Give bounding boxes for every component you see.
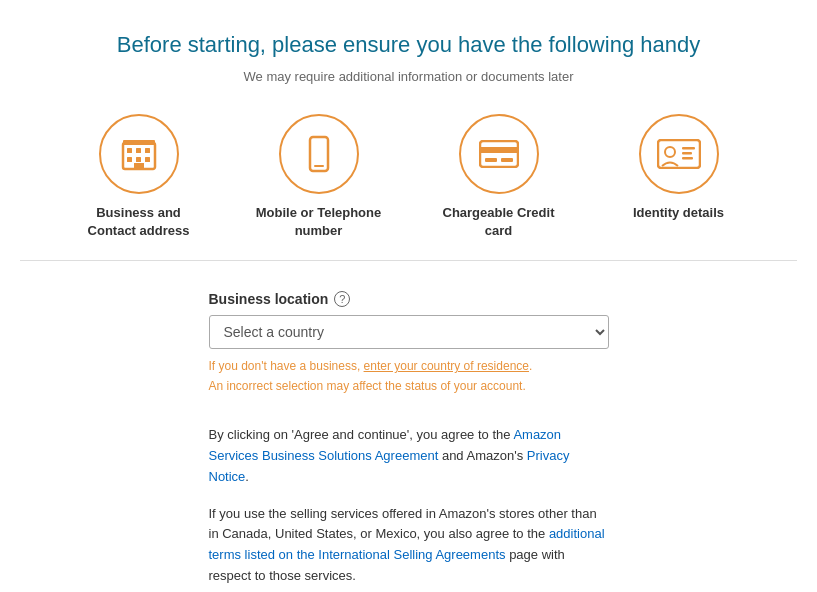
- building-icon: [120, 135, 158, 173]
- svg-rect-6: [145, 157, 150, 162]
- hint-text-line2: An incorrect selection may affect the st…: [209, 377, 609, 395]
- agreement-pre: By clicking on 'Agree and continue', you…: [209, 427, 514, 442]
- business-location-label: Business location: [209, 291, 329, 307]
- country-select[interactable]: Select a country United States Canada Un…: [209, 315, 609, 349]
- svg-rect-12: [480, 147, 518, 153]
- header: Before starting, please ensure you have …: [20, 30, 797, 84]
- svg-rect-17: [682, 147, 695, 150]
- icon-item-card: Chargeable Credit card: [434, 114, 564, 240]
- mobile-label: Mobile or Telephone number: [254, 204, 384, 240]
- phone-icon: [301, 135, 337, 173]
- icon-item-identity: Identity details: [614, 114, 744, 240]
- identity-icon-circle: [639, 114, 719, 194]
- svg-point-16: [665, 147, 675, 157]
- svg-rect-3: [145, 148, 150, 153]
- page-subtitle: We may require additional information or…: [20, 69, 797, 84]
- svg-rect-4: [127, 157, 132, 162]
- identity-label: Identity details: [633, 204, 724, 222]
- field-label-row: Business location ?: [209, 291, 609, 307]
- help-icon[interactable]: ?: [334, 291, 350, 307]
- agreement-paragraph-1: By clicking on 'Agree and continue', you…: [209, 425, 609, 487]
- svg-rect-11: [480, 141, 518, 167]
- icon-item-mobile: Mobile or Telephone number: [254, 114, 384, 240]
- agreement-section: By clicking on 'Agree and continue', you…: [199, 425, 619, 587]
- icon-item-business: Business and Contact address: [74, 114, 204, 240]
- page-title: Before starting, please ensure you have …: [20, 30, 797, 61]
- svg-rect-5: [136, 157, 141, 162]
- page-container: Before starting, please ensure you have …: [0, 0, 817, 592]
- agreement2-pre: If you use the selling services offered …: [209, 506, 597, 542]
- card-label: Chargeable Credit card: [434, 204, 564, 240]
- business-icon-circle: [99, 114, 179, 194]
- icons-row: Business and Contact address Mobile or T…: [20, 114, 797, 261]
- svg-rect-1: [127, 148, 132, 153]
- agreement-mid: and Amazon's: [438, 448, 526, 463]
- business-label: Business and Contact address: [74, 204, 204, 240]
- svg-rect-18: [682, 152, 692, 155]
- agreement-paragraph-2: If you use the selling services offered …: [209, 504, 609, 587]
- svg-rect-8: [123, 140, 155, 145]
- svg-rect-7: [134, 163, 144, 169]
- card-icon-circle: [459, 114, 539, 194]
- agreement-end: .: [245, 469, 249, 484]
- hint-link[interactable]: enter your country of residence: [364, 359, 529, 373]
- hint-text-line1: If you don't have a business, enter your…: [209, 357, 609, 375]
- form-section: Business location ? Select a country Uni…: [199, 291, 619, 395]
- id-icon: [657, 139, 701, 169]
- card-icon: [479, 140, 519, 168]
- hint-post: .: [529, 359, 532, 373]
- svg-rect-19: [682, 157, 693, 160]
- svg-rect-13: [485, 158, 497, 162]
- hint-pre: If you don't have a business,: [209, 359, 364, 373]
- svg-rect-2: [136, 148, 141, 153]
- svg-rect-14: [501, 158, 513, 162]
- mobile-icon-circle: [279, 114, 359, 194]
